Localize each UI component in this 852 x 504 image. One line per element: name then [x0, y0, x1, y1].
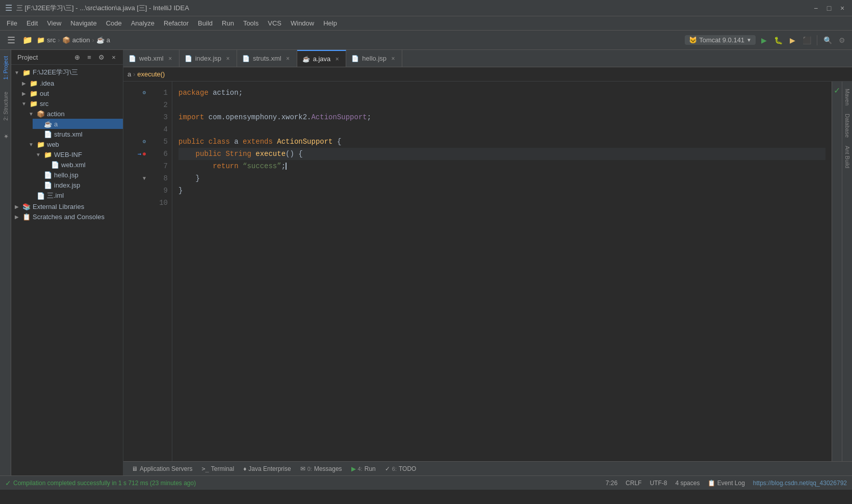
maven-panel-label[interactable]: Maven	[843, 86, 851, 109]
search-everywhere-button[interactable]: 🔍	[821, 34, 834, 46]
stop-button[interactable]: ⬛	[801, 34, 813, 46]
tab-webxml-close[interactable]: ×	[167, 55, 174, 62]
menu-edit[interactable]: Edit	[22, 18, 42, 29]
tree-item-src[interactable]: ▼ 📁 src	[18, 98, 123, 109]
bc-root-icon: 📁	[37, 36, 45, 44]
status-position[interactable]: 7:26	[606, 480, 617, 487]
panel-strip-structure[interactable]: 2: Structure	[1, 86, 10, 127]
bc-file[interactable]: a	[107, 36, 110, 44]
java-enterprise-icon: ♦	[243, 465, 246, 472]
app-servers-tab[interactable]: 🖥 Application Servers	[127, 464, 196, 473]
menu-view[interactable]: View	[43, 18, 65, 29]
tab-strutsxml[interactable]: 📄 struts.xml ×	[237, 50, 297, 67]
bc-editor-method[interactable]: execute()	[137, 70, 165, 78]
code-editor[interactable]: ⚙ ⚙ → ●	[123, 82, 852, 461]
status-encoding[interactable]: UTF-8	[650, 480, 667, 487]
gutter-dot-6[interactable]: ●	[143, 148, 146, 160]
tree-item-ajava[interactable]: ▶ ☕ a	[33, 119, 123, 129]
run-button[interactable]: ▶	[758, 34, 770, 46]
messages-tab[interactable]: ✉ 0: Messages	[296, 464, 346, 473]
menu-code[interactable]: Code	[102, 18, 126, 29]
menu-vcs[interactable]: VCS	[264, 18, 286, 29]
tree-item-scratches[interactable]: ▶ 📋 Scratches and Consoles	[11, 211, 123, 222]
chevron-action: ▼	[28, 110, 35, 117]
database-panel-label[interactable]: Database	[843, 111, 851, 141]
jsp-index-icon: 📄	[44, 181, 52, 189]
tree-item-extlib[interactable]: ▶ 📚 External Libraries	[11, 201, 123, 211]
tab-hellojsp-close[interactable]: ×	[390, 55, 397, 62]
antbuild-panel-label[interactable]: Ant Build	[843, 143, 851, 171]
run-tab[interactable]: ▶ 4: Run	[347, 464, 380, 473]
tree-item-idea[interactable]: ▶ 📁 .idea	[18, 78, 123, 88]
status-link[interactable]: https://blog.csdn.net/qq_43026792	[753, 480, 847, 487]
toolbar-menu-icon[interactable]: ☰	[4, 33, 18, 47]
panel-strip-favorites[interactable]: ★	[1, 127, 10, 146]
tree-item-indexjsp[interactable]: ▶ 📄 index.jsp	[33, 180, 123, 190]
tab-indexjsp-close[interactable]: ×	[224, 55, 231, 62]
chevron-src: ▼	[20, 100, 28, 107]
tab-strutsxml-label: struts.xml	[253, 55, 281, 62]
event-log-label[interactable]: 📋 Event Log	[708, 480, 744, 487]
debug-button[interactable]: 🐛	[772, 34, 784, 46]
menu-help[interactable]: Help	[319, 18, 341, 29]
settings-panel-button[interactable]: ⚙	[96, 52, 107, 62]
java-enterprise-tab[interactable]: ♦ Java Enterprise	[239, 464, 295, 473]
tab-strutsxml-close[interactable]: ×	[285, 55, 292, 62]
menu-file[interactable]: File	[3, 18, 21, 29]
tree-item-struts[interactable]: ▶ 📄 struts.xml	[33, 129, 123, 139]
tab-indexjsp[interactable]: 📄 index.jsp ×	[179, 50, 237, 67]
fold-indicator-8[interactable]: ▼	[143, 172, 146, 184]
tab-ajava[interactable]: ☕ a.java ×	[297, 50, 347, 67]
settings-button[interactable]: ⚙	[836, 34, 848, 46]
tree-item-action[interactable]: ▼ 📦 action	[25, 109, 123, 119]
terminal-tab[interactable]: >_ Terminal	[197, 464, 238, 473]
hellojsp-label: hello.jsp	[54, 171, 79, 179]
app-icon: ☰	[5, 3, 12, 13]
tab-webxml[interactable]: 📄 web.xml ×	[123, 50, 179, 67]
gutter-gear-5[interactable]: ⚙	[142, 136, 146, 148]
bc-action[interactable]: action	[72, 36, 90, 44]
tree-item-root[interactable]: ▼ 📁 F:\J2EE学习\三	[11, 67, 123, 78]
todo-tab[interactable]: ✓ 6: TODO	[381, 464, 421, 473]
menu-analyze[interactable]: Analyze	[127, 18, 159, 29]
sync-button[interactable]: ⊕	[72, 52, 82, 62]
struts-label: struts.xml	[54, 130, 83, 138]
status-crlf[interactable]: CRLF	[626, 480, 641, 487]
gutter-gear-1[interactable]: ⚙	[142, 87, 146, 99]
tree-item-webxml[interactable]: ▶ 📄 web.xml	[40, 160, 123, 170]
src-label: src	[40, 100, 48, 108]
menu-navigate[interactable]: Navigate	[66, 18, 100, 29]
bottom-tabs: 🖥 Application Servers >_ Terminal ♦ Java…	[123, 461, 852, 475]
run-coverage-button[interactable]: ▶	[786, 34, 798, 46]
menu-refactor[interactable]: Refactor	[160, 18, 193, 29]
collapse-button[interactable]: ≡	[84, 52, 94, 62]
app-servers-label: Application Servers	[140, 465, 192, 472]
close-button[interactable]: ×	[838, 4, 847, 13]
tree-item-web[interactable]: ▼ 📁 web	[25, 139, 123, 149]
menu-build[interactable]: Build	[194, 18, 217, 29]
tree-item-iml[interactable]: ▶ 📄 三.iml	[25, 190, 123, 201]
close-panel-button[interactable]: ×	[109, 52, 119, 62]
maximize-button[interactable]: □	[824, 4, 834, 13]
tree-item-webinf[interactable]: ▼ 📁 WEB-INF	[33, 149, 123, 160]
run-config-selector[interactable]: 🐱 Tomcat 9.0.141 ▼	[685, 35, 756, 45]
code-line-6: public String execute() {	[178, 148, 825, 160]
menu-window[interactable]: Window	[287, 18, 318, 29]
status-indent[interactable]: 4 spaces	[675, 480, 700, 487]
breadcrumb-src[interactable]: 📁 src › 📦 action › ☕ a	[37, 36, 110, 44]
code-content[interactable]: package action; import com.opensymphony.…	[172, 82, 832, 461]
status-bar: ✓ Compilation completed successfully in …	[0, 475, 852, 490]
menu-run[interactable]: Run	[218, 18, 238, 29]
tab-ajava-close[interactable]: ×	[333, 56, 341, 63]
panel-strip-project[interactable]: 1: Project	[1, 50, 10, 86]
tree-item-out[interactable]: ▶ 📁 out	[18, 88, 123, 98]
tab-hellojsp[interactable]: 📄 hello.jsp ×	[346, 50, 402, 67]
minimize-button[interactable]: −	[811, 4, 820, 13]
project-tree: ▼ 📁 F:\J2EE学习\三 ▶ 📁 .idea ▶ 📁 out ▼ 📁 sr…	[11, 65, 123, 475]
project-tab-label[interactable]: Project	[15, 52, 40, 62]
webxml-label: web.xml	[61, 161, 86, 169]
bc-editor-file[interactable]: a	[127, 70, 131, 78]
tree-item-hellojsp[interactable]: ▶ 📄 hello.jsp	[33, 170, 123, 180]
menu-tools[interactable]: Tools	[239, 18, 263, 29]
bc-src[interactable]: src	[47, 36, 56, 44]
